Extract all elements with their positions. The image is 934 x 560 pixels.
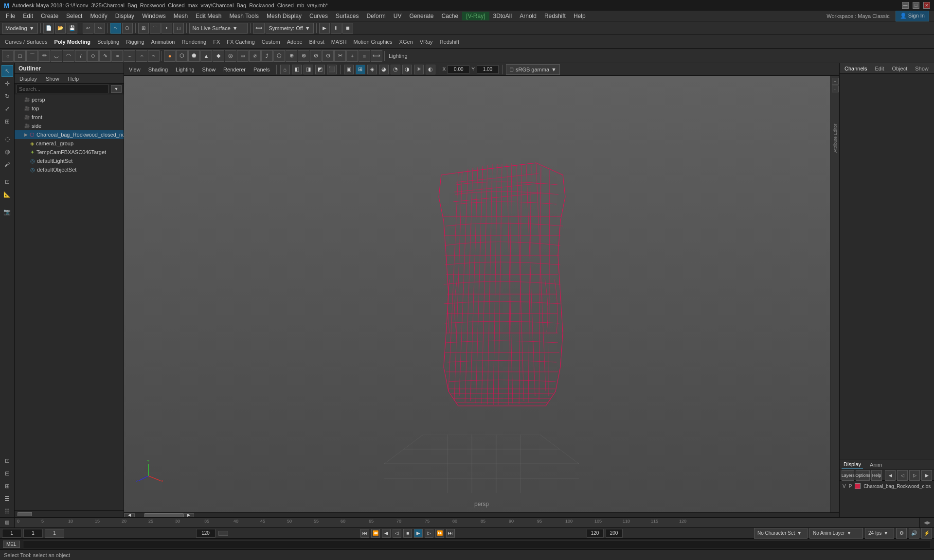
menu-edit[interactable]: Edit bbox=[19, 12, 37, 20]
next-frame-button[interactable]: ⏩ bbox=[435, 529, 444, 538]
outliner-item-default-object-set[interactable]: ◎ defaultObjectSet bbox=[15, 165, 124, 174]
new-scene-button[interactable]: 📄 bbox=[43, 23, 54, 34]
close-button[interactable]: ✕ bbox=[923, 2, 930, 9]
show-tab[interactable]: Show bbox=[913, 65, 931, 72]
tool-icon-set4[interactable]: ☰ bbox=[1, 493, 13, 505]
maximize-button[interactable]: □ bbox=[913, 2, 919, 9]
play-fwd-button[interactable]: ▶ bbox=[414, 529, 423, 538]
vp-icon-cam4[interactable]: ⬛ bbox=[327, 65, 337, 74]
vp-menu-renderer[interactable]: Renderer bbox=[220, 67, 249, 72]
lasso-select-button[interactable]: ⬡ bbox=[122, 23, 133, 34]
vp-icon-light[interactable]: ☀ bbox=[414, 65, 424, 74]
tab-bifrost[interactable]: Bifrost bbox=[307, 38, 326, 46]
select-tool-button[interactable]: ↖ bbox=[110, 23, 121, 34]
vp-icon-mode1[interactable]: ◕ bbox=[379, 65, 389, 74]
tab-poly-modeling[interactable]: Poly Modeling bbox=[52, 38, 92, 46]
signin-button[interactable]: 👤 Sign In bbox=[896, 11, 929, 21]
stop-button[interactable]: ■ bbox=[403, 529, 412, 538]
end-frame-input[interactable] bbox=[196, 529, 216, 538]
outliner-item-side[interactable]: 🎥 side bbox=[15, 122, 124, 130]
tab-redshift[interactable]: Redshift bbox=[438, 38, 461, 46]
tool-cone-icon[interactable]: ▲ bbox=[200, 50, 212, 62]
tool-scale[interactable]: ⤢ bbox=[1, 103, 13, 115]
audio-btn[interactable]: 🔊 bbox=[909, 528, 919, 539]
vp-menu-shading[interactable]: Shading bbox=[145, 67, 171, 72]
no-character-set-dropdown[interactable]: No Character Set ▼ bbox=[754, 528, 808, 539]
menu-cache[interactable]: Cache bbox=[437, 12, 462, 20]
mel-label[interactable]: MEL bbox=[3, 541, 20, 548]
object-tab[interactable]: Object bbox=[890, 65, 909, 72]
hscroll-right[interactable]: ▶ bbox=[183, 513, 194, 517]
tool-sculpt[interactable]: ◍ bbox=[1, 146, 13, 158]
open-scene-button[interactable]: 📂 bbox=[55, 23, 66, 34]
hscroll-left[interactable]: ◀ bbox=[124, 513, 135, 517]
next-key-button[interactable]: ▷ bbox=[425, 529, 433, 538]
tool-poly-icon[interactable]: ◇ bbox=[87, 50, 99, 62]
display-tab[interactable]: Display bbox=[842, 460, 863, 469]
vp-icon-render[interactable]: ▣ bbox=[344, 65, 354, 74]
tool-append-icon[interactable]: ⊙ bbox=[322, 50, 334, 62]
tool-icon-set2[interactable]: ⊟ bbox=[1, 468, 13, 479]
attribute-editor-label[interactable]: Attribute Editor bbox=[833, 104, 838, 153]
prev-key-button[interactable]: ◀ bbox=[382, 529, 391, 538]
prev-frame-button[interactable]: ⏪ bbox=[371, 529, 380, 538]
tab-adobe[interactable]: Adobe bbox=[285, 38, 305, 46]
play-back-button[interactable]: ◁ bbox=[393, 529, 401, 538]
tool-pencil-icon[interactable]: ✏ bbox=[38, 50, 50, 62]
tool-bevel-icon[interactable]: ⬠ bbox=[273, 50, 285, 62]
menu-generate[interactable]: Generate bbox=[405, 12, 437, 20]
tool-extrude-icon[interactable]: ⤴ bbox=[261, 50, 273, 62]
tool-curve3-icon[interactable]: ⌣ bbox=[124, 50, 135, 62]
tool-insert-icon[interactable]: + bbox=[346, 50, 358, 62]
menu-deform[interactable]: Deform bbox=[362, 12, 389, 20]
vp-menu-view[interactable]: View bbox=[126, 67, 144, 72]
render-btn3[interactable]: ⏹ bbox=[342, 23, 353, 34]
vp-icon-cam3[interactable]: ◩ bbox=[315, 65, 325, 74]
hscroll-thumb[interactable] bbox=[144, 513, 183, 517]
snap-surface-button[interactable]: ◻ bbox=[173, 23, 184, 34]
tool-rotate[interactable]: ↻ bbox=[1, 90, 13, 102]
save-scene-button[interactable]: 💾 bbox=[67, 23, 77, 34]
tool-icon-set5[interactable]: ☷ bbox=[1, 506, 13, 517]
menu-mesh-display[interactable]: Mesh Display bbox=[263, 12, 305, 20]
tab-curves-surfaces[interactable]: Curves / Surfaces bbox=[3, 38, 49, 46]
options-menu-btn[interactable]: Options bbox=[856, 470, 870, 481]
symmetry-btn[interactable]: ⟺ bbox=[253, 23, 265, 34]
tool-arc2-icon[interactable]: ◠ bbox=[63, 50, 74, 62]
render-btn2[interactable]: ⏸ bbox=[331, 23, 341, 34]
tool-fill-icon[interactable]: ⊘ bbox=[310, 50, 322, 62]
menu-redshift[interactable]: Redshift bbox=[540, 12, 570, 20]
tool-freeform-icon[interactable]: ~ bbox=[148, 50, 160, 62]
go-start-button[interactable]: ⏮ bbox=[360, 529, 369, 538]
vp-icon-mode2[interactable]: ◔ bbox=[391, 65, 400, 74]
vp-gamma-dropdown[interactable]: ◻ sRGB gamma ▼ bbox=[506, 64, 560, 75]
start-frame-input[interactable] bbox=[2, 529, 21, 538]
tool-curve4-icon[interactable]: ⌢ bbox=[136, 50, 147, 62]
anim-tab[interactable]: Anim bbox=[868, 461, 884, 469]
layers-icon3[interactable]: ▷ bbox=[909, 470, 920, 481]
tab-mash[interactable]: MASH bbox=[329, 38, 349, 46]
channels-tab[interactable]: Channels bbox=[843, 65, 869, 72]
tool-select-arrow[interactable]: ↖ bbox=[1, 65, 13, 77]
vp-icon-smooth[interactable]: ◈ bbox=[367, 65, 377, 74]
menu-create[interactable]: Create bbox=[37, 12, 62, 20]
menu-mesh[interactable]: Mesh bbox=[170, 12, 192, 20]
menu-select[interactable]: Select bbox=[62, 12, 86, 20]
menu-modify[interactable]: Modify bbox=[86, 12, 111, 20]
tool-box-icon[interactable]: □ bbox=[14, 50, 26, 62]
menu-3dtoall[interactable]: 3DtoAll bbox=[489, 12, 516, 20]
minimize-button[interactable]: — bbox=[902, 2, 909, 9]
outliner-item-default-light-set[interactable]: ◎ defaultLightSet bbox=[15, 157, 124, 165]
render-btn1[interactable]: ▶ bbox=[319, 23, 330, 34]
outliner-item-front[interactable]: 🎥 front bbox=[15, 113, 124, 122]
vp-menu-lighting[interactable]: Lighting bbox=[173, 67, 198, 72]
go-end-button[interactable]: ⏭ bbox=[446, 529, 455, 538]
tool-measure[interactable]: 📐 bbox=[1, 189, 13, 200]
layers-menu-btn[interactable]: Layers bbox=[842, 470, 854, 481]
snap-grid-button[interactable]: ⊞ bbox=[138, 23, 149, 34]
tab-rendering[interactable]: Rendering bbox=[180, 38, 208, 46]
outliner-item-top[interactable]: 🎥 top bbox=[15, 104, 124, 113]
timeline-track[interactable]: 0 5 10 15 20 25 30 35 40 45 50 55 60 65 … bbox=[15, 518, 919, 527]
vp-icon-wire[interactable]: ⊞ bbox=[356, 65, 365, 74]
menu-file[interactable]: File bbox=[2, 12, 19, 20]
